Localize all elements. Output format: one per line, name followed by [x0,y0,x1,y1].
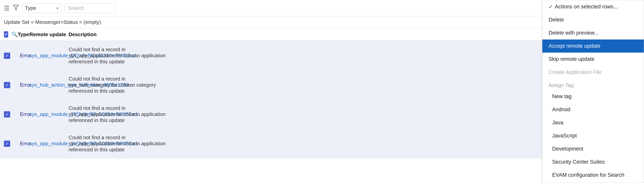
select-all-checkbox[interactable]: ✓ [4,31,8,37]
menu-item-create-application-file: Create Application File [542,66,644,79]
menu-item-delete[interactable]: Delete [542,13,644,26]
menu-item-accept-remote-update[interactable]: Accept remote update [542,39,644,53]
description-header: Description [68,31,166,37]
row-4-remote-update-link[interactable]: sys_app_module_3ef2a9ef97a10210e666f52ad… [30,141,68,147]
type-dropdown-label: Type [25,5,36,11]
context-menu: Actions on selected rows... Delete Delet… [542,0,644,183]
menu-section-assign-tag: Assign Tag: [542,79,644,90]
row-2-checkbox[interactable]: ✓ [4,82,18,88]
row-1-type: Error [18,53,30,59]
row-1-remote-update-link[interactable]: sys_app_module_f2f2a9ef97a10210e666f52ad… [30,53,68,59]
type-header: Type [18,31,30,37]
hamburger-icon[interactable]: ☰ [4,4,10,12]
menu-item-evam-configuration[interactable]: EVAM configuration for Search [542,169,644,182]
row-3-checkbox[interactable]: ✓ [4,111,18,118]
main-container: ☰ Type ▾ ⚙ — Update Set = Messenger>Stat… [0,0,644,183]
remote-update-header: Remote update [30,31,68,37]
filter-text: Update Set = Messenger>Status = (empty) [4,19,101,25]
menu-item-includes-code[interactable]: Includes code [542,182,644,183]
menu-item-delete-with-preview[interactable]: Delete with preview... [542,26,644,39]
row-4-checkbox[interactable]: ✓ [4,141,18,147]
svg-marker-0 [13,5,18,10]
menu-item-javascript[interactable]: JavaScript [542,129,644,142]
search-input[interactable] [64,3,115,13]
menu-item-security-center-suites[interactable]: Security Center Suites [542,156,644,169]
row-2-remote-update-link[interactable]: sys_hub_action_type_definition_8685a1239… [30,82,68,88]
header-checkbox-group: ✓ 🔍 [4,31,18,37]
row-4-description: Could not find a record in sys_app_appli… [68,135,166,153]
menu-item-development[interactable]: Development [542,142,644,156]
row-4-type: Error [18,141,30,147]
header-search-icon[interactable]: 🔍 [11,31,18,37]
row-1-description: Could not find a record in sys_app_appli… [68,46,166,65]
menu-item-java[interactable]: Java [542,116,644,129]
filter-icon[interactable] [13,4,19,12]
menu-item-new-tag[interactable]: New tag [542,90,644,103]
menu-item-skip-remote-update[interactable]: Skip remote update [542,53,644,66]
row-1-checkbox[interactable]: ✓ [4,53,18,59]
type-dropdown[interactable]: Type ▾ [22,3,61,13]
checkmark-icon: ✓ [4,32,8,37]
row-3-description: Could not find a record in sys_app_appli… [68,105,166,123]
row-2-description: Could not find a record in sys_hub_categ… [68,76,166,94]
menu-item-android[interactable]: Android [542,103,644,116]
row-3-remote-update-link[interactable]: sys_app_module_72f2a9ef97a10210e666f52ad… [30,111,68,117]
row-2-type: Error [18,82,30,88]
menu-item-actions-on-rows[interactable]: Actions on selected rows... [542,0,644,13]
row-3-type: Error [18,111,30,117]
chevron-down-icon: ▾ [56,6,58,10]
